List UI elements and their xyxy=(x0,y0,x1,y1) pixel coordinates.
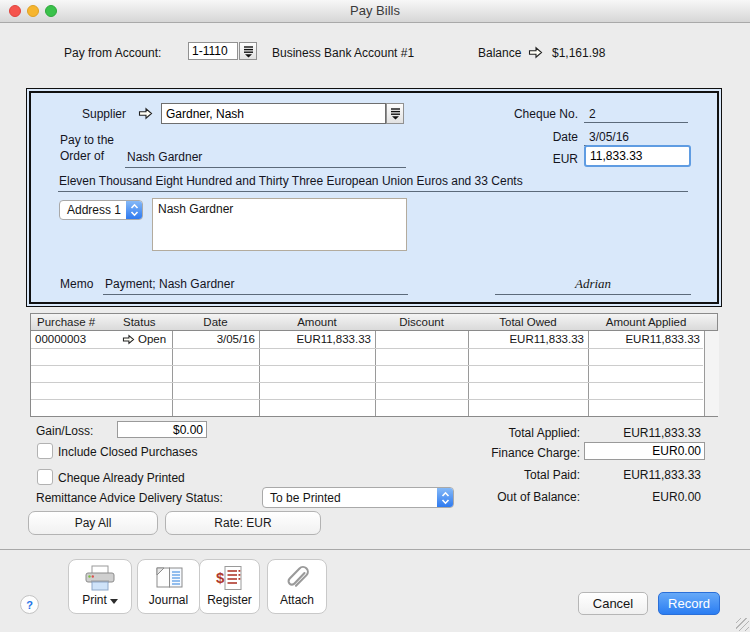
date-value[interactable]: 3/05/16 xyxy=(589,130,629,144)
list-dropdown-icon xyxy=(243,45,254,58)
address-select-value: Address 1 xyxy=(60,203,126,217)
cell-date: 3/05/16 xyxy=(176,333,255,345)
gain-loss-field[interactable] xyxy=(117,421,207,438)
cheque-no-underline xyxy=(584,122,688,123)
row-divider xyxy=(31,348,703,349)
total-paid-label: Total Paid: xyxy=(524,468,580,482)
memo-label: Memo xyxy=(60,277,93,291)
register-icon: $ xyxy=(214,564,246,592)
status-arrow-icon[interactable] xyxy=(122,334,135,347)
paperclip-icon xyxy=(282,564,312,592)
out-of-balance-value: EUR0.00 xyxy=(652,490,701,504)
record-button[interactable]: Record xyxy=(658,592,720,615)
header-date: Date xyxy=(172,316,259,328)
balance-label: Balance xyxy=(478,46,521,60)
address-field[interactable]: Nash Gardner xyxy=(152,198,407,251)
journal-book-icon xyxy=(153,564,185,592)
total-applied-label: Total Applied: xyxy=(509,426,580,440)
row-divider xyxy=(31,382,703,383)
svg-text:$: $ xyxy=(216,569,225,586)
resize-grip[interactable] xyxy=(736,618,749,631)
payee-underline xyxy=(125,167,406,168)
header-status: Status xyxy=(123,316,156,328)
header-discount: Discount xyxy=(375,316,468,328)
table-scrollbar[interactable] xyxy=(704,331,719,416)
print-button[interactable]: Print xyxy=(68,559,132,614)
title-bar: Pay Bills xyxy=(0,0,750,23)
cheque-no-label: Cheque No. xyxy=(478,107,578,121)
purchases-table: Purchase # Status Date Amount Discount T… xyxy=(30,313,718,417)
memo-value[interactable]: Payment; Nash Gardner xyxy=(105,277,234,291)
window-title: Pay Bills xyxy=(0,0,750,22)
address-select[interactable]: Address 1 xyxy=(59,200,143,220)
supplier-list-button[interactable] xyxy=(386,103,404,124)
balance-arrow-icon[interactable] xyxy=(528,46,543,62)
cell-amount: EUR11,833.33 xyxy=(263,333,371,345)
attach-label: Attach xyxy=(280,593,314,607)
supplier-label: Supplier xyxy=(82,107,126,121)
cancel-button[interactable]: Cancel xyxy=(578,592,648,615)
amount-words-underline xyxy=(58,191,688,192)
supplier-arrow-icon[interactable] xyxy=(138,107,153,123)
signature-underline xyxy=(495,294,691,295)
print-dropdown-caret-icon xyxy=(110,599,118,604)
row-divider xyxy=(31,365,703,366)
account-name: Business Bank Account #1 xyxy=(272,46,414,60)
include-closed-label: Include Closed Purchases xyxy=(58,445,197,459)
header-purchase: Purchase # xyxy=(37,316,95,328)
rate-button[interactable]: Rate: EUR xyxy=(165,511,321,535)
total-paid-value: EUR11,833.33 xyxy=(623,468,701,482)
payee-value[interactable]: Nash Gardner xyxy=(127,150,202,164)
cheque-no-value[interactable]: 2 xyxy=(589,107,596,121)
gain-loss-label: Gain/Loss: xyxy=(36,424,93,438)
account-code-field[interactable] xyxy=(188,42,238,60)
printer-icon xyxy=(83,564,117,592)
pay-from-account-label: Pay from Account: xyxy=(64,46,161,60)
cell-total-owed: EUR11,833.33 xyxy=(472,333,584,345)
header-amount-applied: Amount Applied xyxy=(588,316,704,328)
row-divider xyxy=(31,399,703,400)
currency-label: EUR xyxy=(528,152,578,166)
cell-amount-applied: EUR11,833.33 xyxy=(592,333,700,345)
print-label: Print xyxy=(82,593,107,607)
payee-label-line1: Pay to the xyxy=(60,133,114,147)
supplier-field[interactable] xyxy=(161,103,386,124)
journal-button[interactable]: Journal xyxy=(137,559,200,614)
include-closed-checkbox[interactable] xyxy=(37,443,53,459)
date-label: Date xyxy=(478,130,578,144)
pay-bills-window: Pay Bills Pay from Account: Business Ban… xyxy=(0,0,750,632)
account-list-button[interactable] xyxy=(239,42,257,60)
amount-in-words: Eleven Thousand Eight Hundred and Thirty… xyxy=(59,174,523,188)
cheque-printed-label: Cheque Already Printed xyxy=(58,471,185,485)
balance-value: $1,161.98 xyxy=(552,46,605,60)
help-button[interactable]: ? xyxy=(20,595,39,614)
cheque-panel: Supplier Cheque No. 2 Date 3/05/16 Pay t… xyxy=(26,88,722,307)
table-header: Purchase # Status Date Amount Discount T… xyxy=(31,314,717,331)
attach-button[interactable]: Attach xyxy=(267,559,327,614)
table-row[interactable]: 00000003 Open 3/05/16 EUR11,833.33 EUR11… xyxy=(31,331,703,348)
header-total-owed: Total Owed xyxy=(468,316,588,328)
register-label: Register xyxy=(207,593,252,607)
signature: Adrian xyxy=(495,276,691,292)
chevron-up-down-icon xyxy=(126,201,142,219)
remittance-select[interactable]: To be Printed xyxy=(262,487,454,508)
register-button[interactable]: $ Register xyxy=(199,559,260,614)
header-amount: Amount xyxy=(259,316,375,328)
finance-charge-field[interactable] xyxy=(584,442,705,460)
toolbar-divider xyxy=(0,549,750,550)
cell-status: Open xyxy=(138,333,166,345)
list-dropdown-icon xyxy=(390,107,401,120)
remittance-label: Remittance Advice Delivery Status: xyxy=(36,491,223,505)
remittance-select-value: To be Printed xyxy=(263,491,437,505)
journal-label: Journal xyxy=(149,593,188,607)
pay-all-button[interactable]: Pay All xyxy=(28,511,158,535)
chevron-up-down-icon xyxy=(437,488,453,507)
finance-charge-label: Finance Charge: xyxy=(491,446,580,460)
amount-field[interactable] xyxy=(584,145,691,167)
total-applied-value: EUR11,833.33 xyxy=(623,426,701,440)
out-of-balance-label: Out of Balance: xyxy=(497,490,580,504)
payee-label-line2: Order of xyxy=(60,149,104,163)
memo-underline xyxy=(103,294,408,295)
cheque-printed-checkbox[interactable] xyxy=(37,469,53,485)
cell-purchase-no: 00000003 xyxy=(35,333,86,345)
